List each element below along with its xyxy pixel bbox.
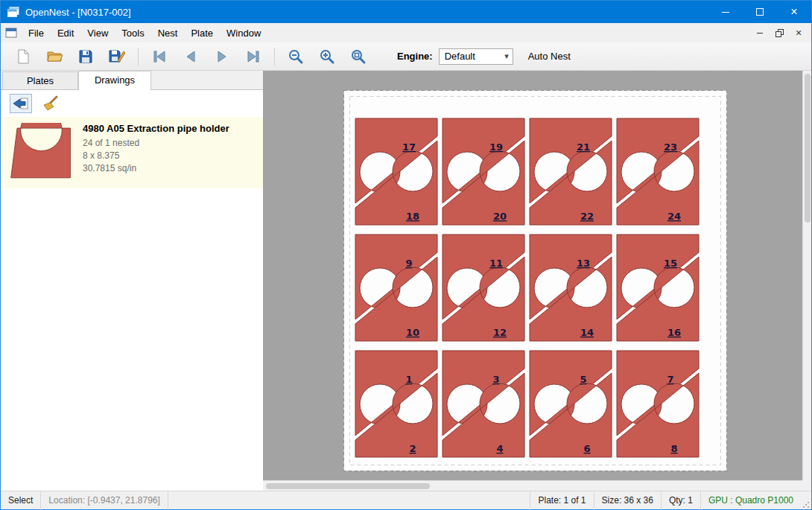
app-icon [7, 7, 19, 17]
next-plate-button[interactable] [209, 45, 235, 68]
engine-value: Default [445, 51, 475, 62]
part-number: 19 [489, 141, 503, 153]
drawing-area: 30.7815 sq/in [83, 162, 229, 175]
part-number: 18 [406, 211, 419, 222]
mdi-minimize-button[interactable] [752, 26, 768, 39]
hscroll-thumb[interactable] [266, 483, 430, 489]
drawings-panel: 4980 A05 Extraction pipe holder 24 of 1 … [1, 90, 263, 491]
mdi-minimize-icon [757, 33, 763, 34]
drawing-info: 4980 A05 Extraction pipe holder 24 of 1 … [83, 123, 229, 175]
part-number: 20 [493, 211, 507, 222]
part-number: 15 [664, 258, 677, 269]
save-button[interactable] [72, 45, 99, 68]
part-thumbnail [8, 123, 74, 182]
horizontal-scrollbar[interactable] [263, 480, 802, 491]
part-number: 22 [580, 211, 594, 222]
tab-plates[interactable]: Plates [2, 71, 78, 89]
first-plate-button[interactable] [146, 45, 173, 68]
part-number: 23 [664, 141, 677, 153]
last-plate-button[interactable] [240, 45, 267, 68]
part-number: 7 [667, 374, 673, 385]
drawing-nested-count: 24 of 1 nested [83, 137, 229, 150]
part-number: 6 [583, 443, 590, 454]
menu-plate[interactable]: Plate [184, 25, 220, 42]
part-number: 21 [577, 141, 590, 153]
drawing-dimensions: 8 x 8.375 [83, 150, 229, 162]
resize-grip[interactable] [801, 491, 811, 510]
new-button[interactable] [10, 45, 37, 68]
part-number: 14 [580, 327, 594, 338]
part-number: 12 [493, 327, 507, 338]
status-plate: Plate: 1 of 1 [530, 491, 593, 510]
part-number: 13 [577, 258, 590, 269]
mdi-restore-button[interactable] [771, 26, 787, 39]
minimize-button[interactable] [708, 1, 743, 23]
maximize-button[interactable] [743, 1, 777, 23]
drawing-list-item[interactable]: 4980 A05 Extraction pipe holder 24 of 1 … [1, 117, 263, 188]
auto-nest-toggle[interactable]: Auto Nest [528, 51, 571, 62]
mdi-close-icon: × [796, 27, 802, 39]
arrow-next-icon [215, 50, 229, 63]
mdi-restore-icon [775, 29, 784, 37]
zoom-fit-icon [350, 48, 367, 65]
status-qty: Qty: 1 [661, 491, 700, 510]
nest-canvas[interactable]: 171819202122232491011121314151612345678 [263, 71, 811, 491]
tab-drawings[interactable]: Drawings [78, 71, 151, 90]
part-number: 4 [496, 443, 503, 454]
part-number: 11 [489, 258, 503, 269]
arrow-last-icon [245, 50, 261, 63]
resize-grip-icon [802, 501, 810, 509]
scroll-corner [802, 480, 811, 491]
part-number: 9 [405, 258, 412, 269]
menu-window[interactable]: Window [220, 25, 267, 42]
window-title: OpenNest - [N0317-002] [25, 7, 131, 18]
left-panel: Plates Drawings [1, 71, 263, 491]
arrow-first-icon [151, 50, 168, 63]
new-file-icon [16, 48, 31, 65]
menu-file[interactable]: File [22, 25, 51, 42]
menu-edit[interactable]: Edit [51, 25, 80, 42]
drawings-toolbar [1, 90, 263, 117]
open-button[interactable] [41, 45, 68, 68]
previous-plate-button[interactable] [177, 45, 204, 68]
minimize-icon [722, 12, 729, 13]
zoom-out-button[interactable] [282, 45, 309, 68]
zoom-in-icon [319, 48, 335, 65]
close-button[interactable]: × [777, 1, 811, 23]
vscroll-thumb[interactable] [805, 74, 811, 223]
mdi-close-button[interactable]: × [790, 26, 807, 39]
engine-label: Engine: [397, 51, 433, 62]
broom-icon [42, 95, 59, 112]
part-number: 8 [670, 443, 677, 454]
menubar: File Edit View Tools Nest Plate Window × [1, 23, 811, 42]
part-number: 24 [667, 211, 681, 222]
clear-parts-button[interactable] [39, 94, 62, 113]
engine-select[interactable]: Default ▾ [439, 48, 513, 65]
chevron-down-icon: ▾ [504, 51, 509, 61]
part-number: 2 [409, 443, 416, 454]
toolbar-separator [274, 48, 275, 66]
part-number: 16 [667, 327, 681, 338]
status-gpu: GPU : Quadro P1000 [700, 491, 801, 510]
menu-tools[interactable]: Tools [115, 25, 150, 42]
back-arrow-icon [13, 97, 29, 110]
part-number: 17 [402, 141, 416, 153]
statusbar: Select Location: [-0.9437, 21.8796] Plat… [1, 491, 811, 509]
save-edit-icon [109, 49, 125, 64]
menu-nest[interactable]: Nest [151, 25, 185, 42]
part-number: 10 [406, 327, 419, 338]
zoom-in-button[interactable] [314, 45, 340, 68]
return-part-button[interactable] [10, 94, 32, 113]
status-divider [168, 491, 168, 510]
arrow-previous-icon [183, 50, 198, 63]
app-window: OpenNest - [N0317-002] × File Edit View … [0, 0, 812, 510]
save-as-button[interactable] [104, 45, 130, 68]
tabstrip: Plates Drawings [1, 71, 263, 90]
nest-plate-svg[interactable]: 171819202122232491011121314151612345678 [343, 90, 727, 471]
zoom-fit-button[interactable] [345, 45, 372, 68]
status-mode: Select [1, 491, 40, 510]
menu-view[interactable]: View [80, 25, 115, 42]
main-toolbar: Engine: Default ▾ Auto Nest [1, 42, 811, 71]
status-size: Size: 36 x 36 [594, 491, 661, 510]
vertical-scrollbar[interactable] [802, 71, 811, 480]
